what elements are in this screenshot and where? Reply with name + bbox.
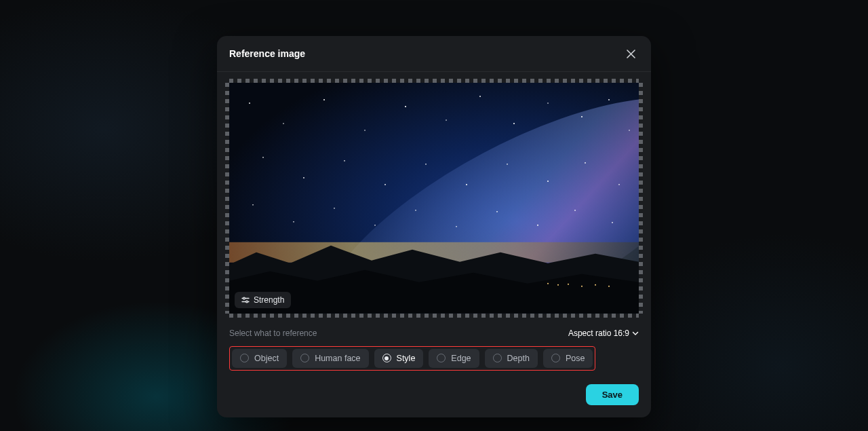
svg-point-35 — [415, 210, 416, 211]
svg-point-26 — [466, 184, 467, 185]
svg-point-28 — [547, 181, 549, 182]
radio-icon — [493, 354, 502, 362]
strength-label: Strength — [254, 295, 284, 305]
svg-point-6 — [581, 286, 583, 287]
close-button[interactable] — [623, 45, 639, 62]
svg-point-34 — [374, 225, 376, 226]
reference-option-edge[interactable]: Edge — [429, 349, 479, 368]
option-label: Object — [254, 354, 279, 363]
reference-option-human-face[interactable]: Human face — [292, 349, 368, 368]
option-label: Edge — [451, 354, 471, 363]
svg-point-24 — [384, 184, 386, 185]
svg-point-4 — [557, 284, 559, 286]
svg-point-11 — [323, 99, 325, 100]
svg-point-42 — [243, 297, 245, 299]
reference-options-label: Select what to reference — [229, 329, 317, 338]
svg-point-44 — [246, 301, 248, 303]
svg-point-17 — [547, 102, 549, 104]
option-label: Pose — [566, 354, 585, 363]
option-label: Style — [397, 354, 416, 363]
svg-point-20 — [629, 130, 630, 131]
reference-option-depth[interactable]: Depth — [485, 349, 538, 368]
chevron-down-icon — [632, 330, 639, 337]
svg-point-7 — [595, 284, 596, 286]
sliders-icon — [241, 296, 250, 304]
save-button[interactable]: Save — [586, 384, 639, 405]
svg-point-38 — [537, 225, 538, 226]
reference-options-group: ObjectHuman faceStyleEdgeDepthPose — [229, 346, 595, 371]
radio-icon — [300, 354, 309, 362]
reference-image-preview[interactable]: Strength — [229, 83, 639, 314]
aspect-ratio-label: Aspect ratio 16:9 — [568, 329, 629, 338]
modal-title: Reference image — [229, 48, 305, 59]
modal-header: Reference image — [217, 36, 651, 72]
close-icon — [627, 50, 635, 58]
radio-icon — [382, 354, 391, 362]
svg-point-5 — [568, 284, 569, 285]
aspect-ratio-select[interactable]: Aspect ratio 16:9 — [568, 329, 639, 338]
option-label: Depth — [507, 354, 530, 363]
svg-point-8 — [608, 286, 610, 287]
svg-point-12 — [364, 130, 366, 131]
svg-point-33 — [334, 208, 335, 209]
reference-image-content — [229, 83, 639, 314]
crop-border-right — [639, 83, 643, 314]
svg-point-21 — [262, 157, 264, 158]
strength-button[interactable]: Strength — [235, 292, 291, 308]
svg-point-39 — [574, 210, 576, 211]
option-label: Human face — [315, 354, 360, 363]
svg-point-9 — [249, 102, 250, 104]
svg-point-32 — [293, 221, 294, 223]
svg-point-30 — [618, 184, 620, 185]
svg-point-40 — [612, 222, 613, 223]
reference-image-modal: Reference image — [217, 36, 651, 417]
svg-point-10 — [283, 123, 284, 124]
modal-body: Strength Select what to reference Aspect… — [217, 72, 651, 417]
svg-point-18 — [581, 116, 583, 117]
reference-option-pose[interactable]: Pose — [543, 349, 593, 368]
svg-point-37 — [496, 211, 498, 212]
svg-point-3 — [547, 283, 549, 284]
svg-point-14 — [446, 119, 447, 121]
svg-point-25 — [425, 164, 427, 165]
svg-point-36 — [456, 226, 457, 227]
svg-point-13 — [405, 106, 406, 107]
crop-border-bottom — [229, 314, 639, 318]
svg-point-23 — [344, 160, 345, 162]
svg-point-27 — [507, 164, 508, 165]
svg-point-19 — [608, 99, 610, 100]
svg-point-31 — [252, 204, 254, 206]
svg-point-29 — [585, 162, 586, 164]
reference-option-style[interactable]: Style — [374, 349, 424, 368]
radio-icon — [240, 354, 249, 362]
reference-option-object[interactable]: Object — [232, 349, 287, 368]
svg-point-16 — [513, 123, 515, 124]
svg-point-22 — [303, 177, 304, 179]
radio-icon — [437, 354, 446, 362]
svg-point-15 — [479, 96, 481, 97]
radio-icon — [551, 354, 560, 362]
